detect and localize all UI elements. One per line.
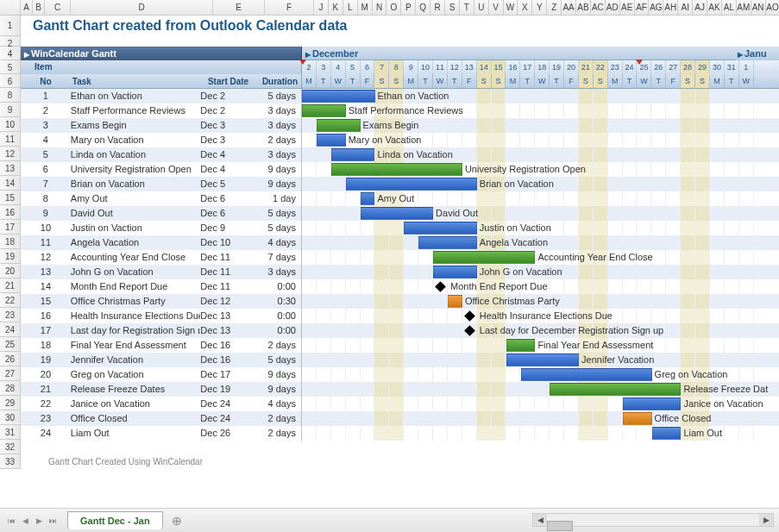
gantt-bar[interactable]: [418, 236, 477, 249]
col-header[interactable]: Z: [547, 0, 562, 15]
row-header[interactable]: 29: [0, 396, 20, 410]
task-row[interactable]: 15Office Christmas PartyDec 120:30Office…: [21, 294, 779, 309]
scroll-thumb[interactable]: [547, 521, 573, 531]
gantt-bar[interactable]: [302, 104, 346, 117]
task-row[interactable]: 20Greg on VacationDec 179 daysGreg on Va…: [21, 367, 779, 382]
tab-first-icon[interactable]: ⏮: [5, 515, 17, 527]
row-header[interactable]: 11: [0, 132, 20, 147]
col-header[interactable]: Q: [416, 0, 430, 15]
row-header[interactable]: 15: [0, 191, 20, 205]
row-header[interactable]: 30: [0, 410, 20, 425]
gantt-bar[interactable]: [361, 207, 434, 220]
gantt-bar[interactable]: [361, 192, 375, 205]
task-row[interactable]: 8Amy OutDec 61 dayAmy Out: [21, 191, 779, 206]
col-header[interactable]: AF: [635, 0, 650, 15]
task-row[interactable]: 9David OutDec 65 daysDavid Out: [21, 206, 779, 221]
row-header[interactable]: 14: [0, 176, 20, 191]
tab-next-icon[interactable]: ▶: [33, 515, 45, 527]
col-header[interactable]: AE: [620, 0, 635, 15]
row-header[interactable]: 4: [0, 47, 20, 60]
task-row[interactable]: 22Janice on VacationDec 244 daysJanice o…: [21, 397, 779, 411]
col-header[interactable]: AM: [737, 0, 751, 15]
row-header[interactable]: 18: [0, 235, 20, 249]
task-row[interactable]: 18Final Year End AssessmentDec 162 daysF…: [21, 338, 779, 353]
col-header[interactable]: AL: [722, 0, 737, 15]
gantt-bar[interactable]: [317, 134, 346, 147]
scroll-left-icon[interactable]: ◀: [533, 514, 547, 526]
gantt-bar[interactable]: [331, 148, 375, 161]
col-header[interactable]: L: [343, 0, 358, 15]
row-header[interactable]: 23: [0, 308, 20, 322]
row-header[interactable]: 24: [0, 322, 20, 337]
task-row[interactable]: 12Accounting Year End CloseDec 117 daysA…: [21, 250, 779, 265]
col-header[interactable]: AJ: [693, 0, 707, 15]
row-header[interactable]: 17: [0, 220, 20, 235]
col-header[interactable]: R: [430, 0, 445, 15]
col-header[interactable]: AH: [663, 0, 678, 15]
row-header[interactable]: 1: [0, 16, 20, 36]
gantt-bar[interactable]: [506, 354, 580, 366]
col-header[interactable]: AN: [751, 0, 766, 15]
row-header[interactable]: 19: [0, 249, 20, 264]
gantt-bar[interactable]: [433, 266, 477, 279]
row-header[interactable]: 10: [0, 117, 20, 132]
col-header[interactable]: P: [401, 0, 416, 15]
col-header[interactable]: V: [489, 0, 504, 15]
scroll-right-icon[interactable]: ▶: [759, 514, 773, 526]
row-header[interactable]: 9: [0, 103, 20, 117]
gantt-bar[interactable]: [317, 119, 361, 132]
task-row[interactable]: 14Month End Report DueDec 110:00Month En…: [21, 279, 779, 294]
col-header[interactable]: AK: [707, 0, 722, 15]
task-row[interactable]: 1Ethan on VactionDec 25 daysEthan on Vac…: [21, 89, 779, 103]
gantt-bar[interactable]: [433, 251, 535, 264]
col-header[interactable]: F: [265, 0, 314, 15]
row-header[interactable]: 26: [0, 352, 20, 366]
task-row[interactable]: 5Linda on VacationDec 43 daysLinda on Va…: [21, 147, 779, 162]
task-row[interactable]: 7Brian on VacationDec 59 daysBrian on Va…: [21, 177, 779, 191]
tab-prev-icon[interactable]: ◀: [19, 515, 31, 527]
gantt-bar[interactable]: [623, 412, 652, 425]
sheet-tab-active[interactable]: Gantt Dec - Jan: [67, 511, 163, 529]
gantt-bar[interactable]: [550, 383, 681, 396]
col-header[interactable]: AO: [766, 0, 779, 15]
row-header[interactable]: 33: [0, 454, 20, 469]
row-header[interactable]: 28: [0, 381, 20, 396]
row-header[interactable]: 31: [0, 425, 20, 440]
row-header[interactable]: 25: [0, 337, 20, 352]
task-row[interactable]: 23Office ClosedDec 242 daysOffice Closed: [21, 411, 779, 426]
task-row[interactable]: 13John G on VacationDec 113 daysJohn G o…: [21, 265, 779, 279]
sheet-area[interactable]: Gantt Chart created from Outlook Calenda…: [21, 16, 779, 506]
task-row[interactable]: 11Angela VacationDec 104 daysAngela Vaca…: [21, 235, 779, 250]
col-header[interactable]: N: [373, 0, 387, 15]
row-header[interactable]: 5: [0, 60, 20, 74]
gantt-bar[interactable]: [652, 427, 682, 440]
add-sheet-icon[interactable]: ⊕: [172, 514, 182, 528]
col-header[interactable]: U: [474, 0, 489, 15]
task-row[interactable]: 3Exams BeginDec 33 daysExams Begin: [21, 118, 779, 133]
gantt-bar[interactable]: [448, 295, 462, 308]
col-header[interactable]: T: [460, 0, 474, 15]
task-row[interactable]: 16Health Insurance Elections DueDec 130:…: [21, 309, 779, 323]
col-header[interactable]: W: [504, 0, 518, 15]
row-header[interactable]: 2: [0, 36, 20, 47]
gantt-bar[interactable]: [302, 90, 375, 103]
row-header[interactable]: 8: [0, 88, 20, 103]
row-header[interactable]: 12: [0, 147, 20, 161]
col-header[interactable]: X: [518, 0, 532, 15]
row-header[interactable]: 21: [0, 279, 20, 293]
task-row[interactable]: 4Mary on VacationDec 32 daysMary on Vaca…: [21, 133, 779, 147]
col-header[interactable]: D: [71, 0, 213, 15]
row-header[interactable]: 6: [0, 74, 20, 88]
col-header[interactable]: AA: [562, 0, 576, 15]
col-header[interactable]: A: [21, 0, 33, 15]
col-header[interactable]: E: [213, 0, 265, 15]
row-header[interactable]: 27: [0, 366, 20, 381]
row-header[interactable]: 13: [0, 161, 20, 176]
col-header[interactable]: J: [314, 0, 329, 15]
task-row[interactable]: 21Release Freeze DatesDec 199 daysReleas…: [21, 382, 779, 397]
col-header[interactable]: AI: [678, 0, 693, 15]
row-header[interactable]: 32: [0, 440, 20, 454]
task-row[interactable]: 24Liam OutDec 262 daysLiam Out: [21, 426, 779, 441]
row-header[interactable]: 20: [0, 264, 20, 279]
task-row[interactable]: 10Justin on VactionDec 95 daysJustin on …: [21, 221, 779, 235]
